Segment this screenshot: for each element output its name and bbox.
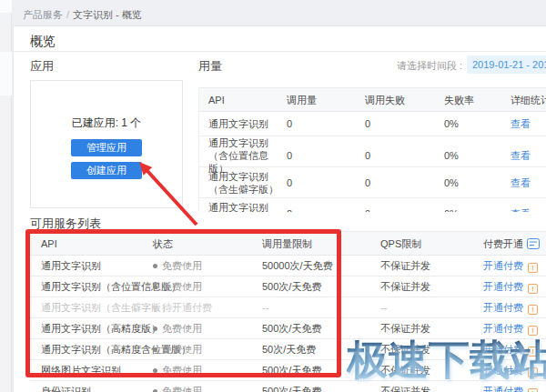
col-detail-stats: 详细统计 [503, 94, 546, 106]
promo-icon: ! [528, 388, 538, 392]
breadcrumb-section[interactable]: 产品服务 [23, 9, 63, 20]
api-name: 通用文字识别 [199, 117, 279, 130]
table-row: 通用文字识别（含位置信息版） 0 0 0% 查看 [199, 136, 546, 167]
open-billing-link[interactable]: 开通付费 [483, 323, 523, 334]
usage-table-header: API 调用量 调用失败 失败率 详细统计 [199, 88, 546, 112]
failure-rate-value: 0% [437, 207, 503, 213]
status-dot-icon [153, 347, 157, 352]
calls-value: 0 [279, 149, 358, 162]
view-stats-link[interactable]: 查看 [511, 208, 531, 213]
sidebar-sliver[interactable] [0, 0, 12, 392]
view-stats-link[interactable]: 查看 [511, 150, 531, 161]
table-row: 身份证识别 免费使用 500次/天免费 不保证并发 开通付费! [30, 381, 546, 392]
status-badge: 免费使用 [162, 365, 202, 376]
table-row: 网络图片文字识别 免费使用 500次/天免费 不保证并发 开通付费! [30, 360, 546, 381]
failure-rate-value: 0% [437, 149, 503, 162]
col-quota: 调用量限制 [251, 237, 369, 250]
services-table: API 状态 调用量限制 QPS限制 付费开通 通用文字识别 免费使用 5000… [30, 231, 546, 392]
console-page: 产品服务/文字识别 - 概览 概览 应用 已建应用: 1 个 管理应用 创建应用… [0, 0, 546, 392]
quota-value: 500次/天免费 [251, 385, 369, 392]
qps-value: 不保证并发 [369, 364, 465, 377]
status-badge: 免费使用 [162, 281, 202, 292]
api-name: 通用文字识别（高精度版） [30, 322, 142, 335]
col-qps: QPS限制 [369, 237, 465, 250]
calls-value: 0 [279, 117, 358, 130]
date-range-picker[interactable]: 2019-01-21 - 2019- [467, 55, 546, 74]
sidebar-sliver-block [0, 52, 12, 95]
table-row: 通用文字识别（高精度含位置版） 免费使用 50次/天免费 不保证并发 开通付费! [30, 339, 546, 360]
col-calls: 调用量 [279, 94, 358, 106]
col-api: API [30, 237, 142, 250]
breadcrumb-separator: / [66, 9, 69, 20]
open-billing-link[interactable]: 开通付费 [483, 344, 523, 355]
billing-card-icon[interactable] [527, 238, 540, 249]
table-row: 通用文字识别（含生僻字版） 0 0 0% 查看 [199, 167, 546, 198]
quota-value: 500次/天免费 [251, 280, 369, 293]
open-billing-link[interactable]: 开通付费 [483, 281, 523, 292]
qps-value: 不保证并发 [369, 259, 465, 272]
promo-icon: ! [528, 367, 538, 377]
promo-icon: ! [528, 263, 538, 273]
table-row: 通用文字识别（高精度版） 2 0 0% 查看 [199, 198, 546, 212]
quota-value: 500次/天免费 [251, 322, 369, 335]
table-row: 通用文字识别（含位置信息版） 免费使用 500次/天免费 不保证并发 开通付费! [30, 276, 546, 297]
app-section-label: 应用 [30, 58, 54, 75]
api-name: 网络图片文字识别 [30, 364, 142, 377]
promo-icon: ! [528, 284, 538, 294]
promo-icon: ! [528, 347, 538, 357]
quota-value: -- [251, 301, 369, 314]
status-badge: 免费使用 [162, 260, 202, 271]
breadcrumb: 产品服务/文字识别 - 概览 [23, 8, 142, 22]
app-panel: 已建应用: 1 个 管理应用 创建应用 [30, 80, 183, 208]
qps-value: 不保证并发 [369, 322, 465, 335]
page-title: 概览 [30, 34, 56, 50]
quota-value: 500次/天免费 [251, 364, 369, 377]
view-stats-link[interactable]: 查看 [511, 177, 531, 188]
status-badge: 免费使用 [162, 323, 202, 334]
manage-app-button[interactable]: 管理应用 [71, 139, 142, 156]
qps-value: 不保证并发 [369, 385, 465, 392]
col-api: API [199, 94, 279, 106]
view-stats-link[interactable]: 查看 [511, 118, 531, 129]
title-divider [14, 51, 546, 52]
failure-rate-value: 0% [437, 176, 503, 189]
col-failures: 调用失败 [358, 94, 437, 106]
failures-value: 0 [358, 117, 437, 130]
failures-value: 0 [358, 176, 437, 189]
open-billing-link[interactable]: 开通付费 [483, 386, 523, 392]
breadcrumb-current: 文字识别 - 概览 [73, 9, 142, 20]
status-dot-icon [153, 368, 157, 373]
qps-value: -- [369, 301, 465, 314]
status-dot-icon [153, 327, 157, 331]
services-table-header: API 状态 调用量限制 QPS限制 付费开通 [30, 232, 546, 256]
table-row: 通用文字识别 0 0 0% 查看 [199, 112, 546, 136]
date-range-label: 请选择时间段 : [371, 59, 462, 73]
status-badge: 免费使用 [162, 386, 202, 392]
status-dot-icon [153, 264, 157, 268]
open-billing-link[interactable]: 开通付费 [483, 260, 523, 271]
col-billing: 付费开通 [483, 238, 523, 249]
col-status: 状态 [142, 237, 251, 250]
api-name: 通用文字识别（含生僻字版） [199, 170, 279, 196]
qps-value: 不保证并发 [369, 343, 465, 356]
col-failure-rate: 失败率 [437, 94, 503, 106]
table-row: 通用文字识别 免费使用 50000次/天免费 不保证并发 开通付费! [30, 256, 546, 276]
promo-icon: ! [528, 305, 538, 315]
created-apps-count: 已建应用: 1 个 [31, 116, 182, 131]
failure-rate-value: 0% [437, 117, 503, 130]
table-row: 通用文字识别（含生僻字版） 待开通付费 -- -- 开通付费! [30, 297, 546, 318]
create-app-button[interactable]: 创建应用 [71, 162, 142, 179]
api-name: 通用文字识别（高精度含位置版） [30, 343, 142, 356]
api-name: 通用文字识别 [30, 259, 142, 272]
status-badge: 免费使用 [162, 344, 202, 355]
open-billing-link[interactable]: 开通付费 [483, 365, 523, 376]
api-name: 通用文字识别（含生僻字版） [30, 301, 142, 314]
open-billing-link[interactable]: 开通付费 [483, 302, 523, 313]
promo-icon: ! [528, 326, 538, 336]
failures-value: 0 [358, 149, 437, 162]
usage-table: API 调用量 调用失败 失败率 详细统计 通用文字识别 0 0 0% 查看 通… [198, 87, 546, 212]
table-row: 通用文字识别（高精度版） 免费使用 500次/天免费 不保证并发 开通付费! [30, 318, 546, 339]
status-badge: 待开通付费 [162, 302, 212, 313]
api-name: 通用文字识别（高精度版） [199, 201, 279, 213]
sidebar-sliver-block [0, 0, 12, 13]
